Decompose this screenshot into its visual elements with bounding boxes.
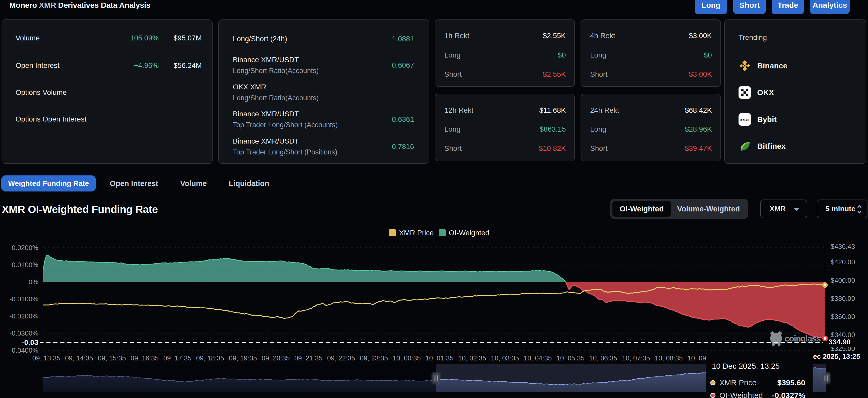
svg-text:09, 23:35: 09, 23:35 xyxy=(360,354,388,362)
svg-text:XMR Price: XMR Price xyxy=(399,229,434,237)
svg-text:09, 16:35: 09, 16:35 xyxy=(130,354,158,362)
svg-text:334.90: 334.90 xyxy=(828,338,851,346)
svg-text:10, 08:35: 10, 08:35 xyxy=(655,354,683,362)
svg-text:10, 02:35: 10, 02:35 xyxy=(458,354,486,362)
svg-text:10, 07:35: 10, 07:35 xyxy=(622,354,650,362)
svg-text:09, 14:35: 09, 14:35 xyxy=(65,354,93,362)
svg-text:10, 00:35: 10, 00:35 xyxy=(393,354,421,362)
svg-text:$360.00: $360.00 xyxy=(831,313,855,320)
svg-text:$436.43: $436.43 xyxy=(831,243,855,250)
svg-text:-0.0200%: -0.0200% xyxy=(9,312,38,320)
svg-text:OI-Weighted: OI-Weighted xyxy=(449,229,489,237)
svg-text:09, 21:35: 09, 21:35 xyxy=(294,354,322,362)
svg-text:09, 13:35: 09, 13:35 xyxy=(32,354,60,362)
svg-text:XMR Price: XMR Price xyxy=(719,378,756,387)
svg-text:BYBIT: BYBIT xyxy=(740,118,750,122)
svg-text:-0.0300%: -0.0300% xyxy=(9,329,38,337)
svg-text:-0.0327%: -0.0327% xyxy=(772,391,805,398)
svg-text:$400.00: $400.00 xyxy=(831,277,855,284)
svg-text:09, 19:35: 09, 19:35 xyxy=(229,354,257,362)
svg-text:$380.00: $380.00 xyxy=(831,294,855,303)
svg-text:$420.00: $420.00 xyxy=(831,258,855,266)
svg-text:0%: 0% xyxy=(29,278,38,286)
svg-text:coinglass: coinglass xyxy=(785,334,820,343)
svg-text:09, 18:35: 09, 18:35 xyxy=(196,354,224,362)
svg-text:10, 04:35: 10, 04:35 xyxy=(524,354,552,362)
svg-text:-0.03: -0.03 xyxy=(22,338,38,346)
svg-text:$395.60: $395.60 xyxy=(777,378,805,387)
svg-text:09, 15:35: 09, 15:35 xyxy=(98,354,126,362)
svg-text:09, 22:35: 09, 22:35 xyxy=(327,354,355,362)
svg-text:10, 06:35: 10, 06:35 xyxy=(589,354,617,362)
svg-text:10, 01:35: 10, 01:35 xyxy=(426,354,454,362)
svg-text:10, 03:35: 10, 03:35 xyxy=(491,354,519,362)
svg-text:10 Dec 2025, 13:25: 10 Dec 2025, 13:25 xyxy=(712,362,780,370)
svg-text:ec 2025, 13:25: ec 2025, 13:25 xyxy=(813,353,860,361)
svg-text:-0.0100%: -0.0100% xyxy=(9,295,38,303)
svg-text:0.0100%: 0.0100% xyxy=(12,261,38,269)
svg-text:10, 05:35: 10, 05:35 xyxy=(556,354,584,362)
svg-text:0.0200%: 0.0200% xyxy=(12,244,38,252)
svg-text:09, 17:35: 09, 17:35 xyxy=(163,354,191,362)
svg-text:OI-Weighted: OI-Weighted xyxy=(719,391,763,398)
svg-text:09, 20:35: 09, 20:35 xyxy=(261,354,289,362)
